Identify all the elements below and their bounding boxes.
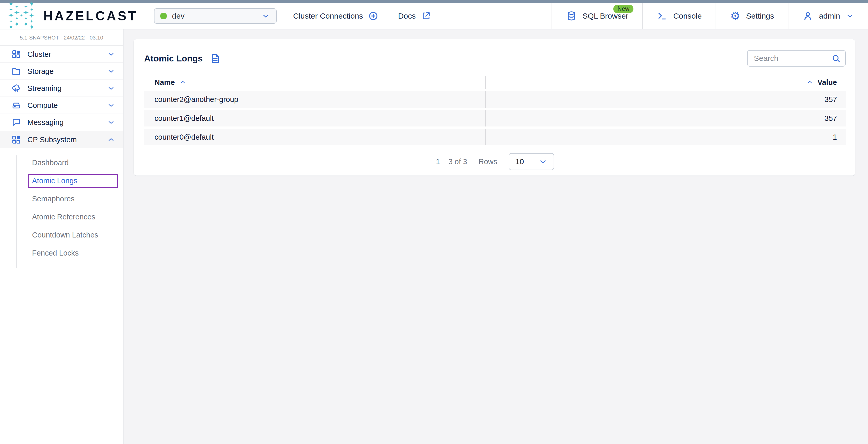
sidebar-item-streaming[interactable]: Streaming	[0, 80, 123, 97]
chevron-down-icon	[538, 157, 548, 166]
submenu-item-atomic-references[interactable]: Atomic References	[28, 210, 118, 224]
rows-per-page-label: Rows	[478, 158, 497, 166]
cell-name: counter0@default	[144, 129, 485, 145]
submenu-item-semaphores[interactable]: Semaphores	[28, 192, 118, 206]
submenu-item-countdown-latches[interactable]: Countdown Latches	[28, 228, 118, 242]
topbar: HAZELCAST dev Cluster Connections Docs S…	[0, 3, 868, 29]
main-content: Atomic Longs Name Value	[123, 29, 868, 444]
chevron-down-icon	[107, 50, 115, 58]
page-title: Atomic Longs	[144, 53, 221, 64]
topbar-nav: Cluster Connections Docs	[293, 3, 431, 29]
sidebar-item-messaging[interactable]: Messaging	[0, 114, 123, 131]
pagination: 1 – 3 of 3 Rows 10	[144, 153, 846, 170]
sidebar-item-compute[interactable]: Compute	[0, 97, 123, 114]
brand-wordmark: HAZELCAST	[43, 8, 138, 24]
chat-bubble-icon	[11, 117, 21, 127]
sidebar-item-cluster[interactable]: Cluster	[0, 46, 123, 63]
grid-icon	[11, 135, 21, 144]
console-label: Console	[673, 12, 702, 21]
grid-icon	[11, 49, 21, 59]
cell-name: counter2@another-group	[144, 91, 485, 108]
hazelcast-logo-mark	[8, 1, 39, 32]
sidebar-item-cp-subsystem[interactable]: CP Subsystem	[0, 131, 123, 148]
sql-browser-button[interactable]: SQL Browser New	[552, 3, 642, 29]
search-box	[747, 50, 846, 67]
sidebar-item-label: Streaming	[27, 84, 61, 93]
sidebar-item-label: Messaging	[27, 118, 64, 127]
atomic-longs-card: Atomic Longs Name Value	[134, 39, 855, 175]
table-row[interactable]: counter2@another-group 357	[144, 91, 846, 108]
cp-subsystem-submenu: Dashboard Atomic Longs Semaphores Atomic…	[16, 156, 123, 268]
submenu-item-atomic-longs[interactable]: Atomic Longs	[28, 174, 118, 188]
cluster-selector-dropdown[interactable]: dev	[154, 8, 277, 24]
sidebar-item-label: Cluster	[27, 50, 51, 59]
sort-asc-icon	[179, 78, 187, 86]
sidebar-item-label: CP Subsystem	[27, 136, 77, 144]
cell-name: counter1@default	[144, 110, 485, 127]
chevron-down-icon	[846, 12, 854, 20]
cell-value: 1	[485, 129, 846, 145]
table-row[interactable]: counter1@default 357	[144, 110, 846, 127]
user-menu[interactable]: admin	[788, 3, 868, 29]
column-header-name[interactable]: Name	[144, 76, 485, 89]
chevron-down-icon	[107, 84, 115, 93]
rows-per-page-select[interactable]: 10	[509, 153, 554, 170]
cell-value: 357	[485, 91, 846, 108]
search-icon[interactable]	[831, 54, 841, 64]
hard-drive-icon	[11, 100, 21, 110]
chevron-down-icon	[107, 118, 115, 127]
table-header: Name Value	[144, 76, 846, 89]
document-icon[interactable]	[210, 53, 221, 64]
terminal-icon	[657, 10, 668, 22]
plus-circle-icon	[368, 11, 378, 21]
cluster-connections-button[interactable]: Cluster Connections	[293, 11, 378, 21]
hazelcast-logo: HAZELCAST	[0, 3, 138, 29]
submenu-item-dashboard[interactable]: Dashboard	[28, 156, 118, 170]
settings-label: Settings	[746, 12, 774, 21]
rows-per-page-value: 10	[516, 157, 524, 166]
cell-value: 357	[485, 110, 846, 127]
settings-button[interactable]: ⚙ Settings	[716, 3, 788, 29]
cloud-streaming-icon	[11, 83, 21, 93]
window-top-strip	[0, 0, 868, 3]
chevron-down-icon	[261, 11, 271, 21]
sidebar-item-storage[interactable]: Storage	[0, 63, 123, 80]
column-header-value[interactable]: Value	[485, 76, 846, 89]
sidebar-item-label: Storage	[27, 67, 54, 76]
version-label: 5.1-SNAPSHOT - 24/02/22 - 03:10	[0, 29, 123, 46]
console-button[interactable]: Console	[642, 3, 716, 29]
folder-icon	[11, 66, 21, 76]
docs-link[interactable]: Docs	[398, 11, 431, 21]
docs-label: Docs	[398, 12, 416, 21]
cluster-status-dot	[160, 13, 167, 20]
chevron-up-icon	[107, 136, 115, 144]
table-row[interactable]: counter0@default 1	[144, 129, 846, 145]
user-icon	[802, 10, 813, 22]
search-input[interactable]	[747, 50, 846, 67]
sort-asc-icon	[806, 78, 814, 86]
chevron-down-icon	[107, 67, 115, 75]
database-icon	[566, 10, 577, 22]
external-link-icon	[421, 11, 431, 21]
cluster-selector-value: dev	[172, 12, 184, 21]
submenu-item-fenced-locks[interactable]: Fenced Locks	[28, 246, 118, 260]
sidebar: 5.1-SNAPSHOT - 24/02/22 - 03:10 Cluster …	[0, 29, 123, 444]
user-name: admin	[819, 12, 840, 21]
chevron-down-icon	[107, 101, 115, 109]
pagination-range: 1 – 3 of 3	[436, 158, 467, 166]
topbar-actions: SQL Browser New Console ⚙ Settings admin	[552, 3, 868, 29]
gear-icon: ⚙	[730, 10, 740, 22]
sidebar-item-label: Compute	[27, 101, 58, 110]
cluster-connections-label: Cluster Connections	[293, 12, 363, 21]
new-badge: New	[613, 5, 633, 13]
